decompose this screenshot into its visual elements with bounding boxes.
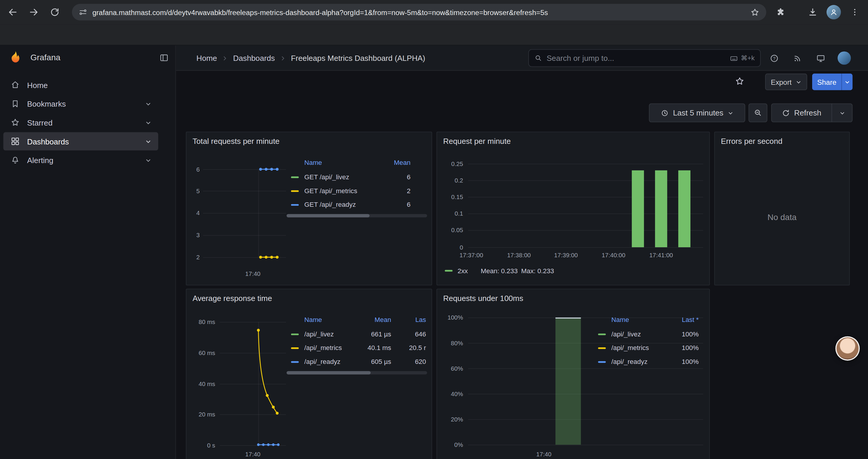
tv-mode-button[interactable]	[815, 53, 826, 63]
chevron-down-icon[interactable]	[145, 100, 152, 107]
browser-menu-button[interactable]	[846, 3, 864, 21]
legend-series-name[interactable]: /api/_livez	[611, 331, 641, 338]
legend-series-name[interactable]: GET /api/_livez	[304, 174, 349, 181]
series-swatch-yellow	[598, 347, 606, 349]
legend-series-value: 2	[376, 188, 410, 195]
legend-header-mean[interactable]: Mean	[357, 316, 391, 323]
sidebar-item-label: Home	[27, 80, 48, 89]
url-text[interactable]: grafana.mathmast.com/d/deytv4rwavabkb/fr…	[92, 8, 745, 16]
reload-button[interactable]	[46, 3, 64, 21]
star-icon	[11, 118, 20, 127]
export-button[interactable]: Export	[765, 73, 807, 90]
refresh-button[interactable]: Refresh	[771, 103, 832, 122]
browser-profile-avatar[interactable]	[827, 5, 841, 20]
sidebar-item-home[interactable]: Home	[3, 76, 158, 94]
refresh-interval-dropdown[interactable]	[832, 103, 852, 122]
panel-title[interactable]: Requests under 100ms	[443, 294, 523, 302]
x-tick: 17:39:00	[550, 252, 582, 258]
breadcrumb-dashboards[interactable]: Dashboards	[233, 54, 275, 63]
legend-series-name[interactable]: /api/_livez	[304, 331, 334, 338]
sidebar: Grafana Home Bookmarks Starred Dashboard…	[0, 45, 176, 459]
legend-header-last[interactable]: Las	[392, 316, 426, 323]
legend-series-name[interactable]: /api/_readyz	[611, 358, 647, 365]
legend-scrollbar-thumb[interactable]	[286, 371, 371, 374]
grafana-logo[interactable]	[9, 50, 22, 64]
chevron-down-icon[interactable]	[145, 157, 152, 163]
timeseries-chart	[186, 132, 433, 286]
dock-menu-button[interactable]	[159, 53, 169, 63]
rss-icon	[793, 54, 802, 63]
x-tick: 17:40:00	[598, 252, 629, 258]
legend-header-name[interactable]: Name	[304, 316, 322, 323]
y-tick: 0%	[437, 441, 463, 448]
share-label: Share	[817, 78, 836, 86]
extensions-button[interactable]	[772, 3, 789, 21]
series-swatch-blue	[598, 361, 606, 363]
chevron-down-icon	[795, 79, 802, 85]
favorite-dashboard-button[interactable]	[735, 76, 745, 86]
help-icon: ?	[769, 54, 779, 63]
search-input[interactable]	[547, 54, 725, 63]
legend-series-name[interactable]: /api/_metrics	[611, 345, 649, 352]
screen: grafana.mathmast.com/d/deytv4rwavabkb/fr…	[0, 0, 868, 459]
panel-total-requests: Total requests per minute 6 5 4 3 2 17:4…	[186, 132, 432, 286]
series-swatch-green	[291, 333, 299, 335]
legend-series-name[interactable]: /api/_metrics	[304, 345, 342, 352]
legend-series-name[interactable]: GET /api/_readyz	[304, 201, 356, 208]
sidebar-item-bookmarks[interactable]: Bookmarks	[3, 95, 158, 113]
brand-name: Grafana	[30, 53, 61, 62]
share-dropdown-button[interactable]	[841, 73, 852, 90]
chevron-down-icon[interactable]	[145, 138, 152, 144]
puzzle-icon	[776, 7, 785, 17]
downloads-button[interactable]	[804, 3, 822, 21]
zoom-out-time-button[interactable]	[749, 103, 768, 122]
news-button[interactable]	[793, 53, 802, 63]
bookmark-star-icon[interactable]	[750, 7, 760, 17]
search-shortcut: ⌘+k	[730, 54, 754, 62]
main-area: Home Dashboards Freeleaps Metrics Dashbo…	[176, 45, 868, 459]
legend-series-value: 6	[376, 201, 410, 208]
y-tick: 0.05	[437, 227, 463, 233]
user-avatar[interactable]	[838, 52, 851, 65]
forward-button[interactable]	[25, 3, 42, 21]
sidebar-item-dashboards[interactable]: Dashboards	[3, 132, 158, 151]
legend-scrollbar-thumb[interactable]	[286, 214, 370, 218]
y-tick: 0.2	[437, 177, 463, 184]
sidebar-item-starred[interactable]: Starred	[3, 113, 158, 132]
legend-header-name[interactable]: Name	[611, 316, 629, 323]
export-label: Export	[771, 78, 792, 86]
sidebar-item-alerting[interactable]: Alerting	[3, 151, 158, 169]
omnibox[interactable]: grafana.mathmast.com/d/deytv4rwavabkb/fr…	[72, 4, 766, 21]
floating-assistant-avatar[interactable]	[836, 336, 860, 361]
bar-2xx	[632, 170, 644, 247]
legend-series-name[interactable]: GET /api/_metrics	[304, 188, 357, 195]
home-icon	[11, 80, 20, 90]
series-swatch-blue	[291, 204, 299, 206]
legend-header-last[interactable]: Last *	[664, 316, 699, 323]
download-icon	[808, 7, 818, 17]
panel-title[interactable]: Errors per second	[721, 137, 782, 145]
panel-title[interactable]: Request per minute	[443, 137, 511, 145]
legend-header-name[interactable]: Name	[304, 159, 322, 166]
help-button[interactable]: ?	[769, 53, 779, 63]
chevron-down-icon[interactable]	[145, 119, 152, 126]
legend-series-mean: 605 µs	[357, 358, 391, 365]
y-tick: 0.25	[437, 160, 463, 167]
series-swatch-green	[291, 176, 299, 178]
breadcrumb-home[interactable]: Home	[196, 54, 217, 63]
back-button[interactable]	[4, 3, 22, 21]
sidebar-item-label: Dashboards	[27, 137, 69, 145]
search-icon	[534, 54, 542, 62]
site-info-icon[interactable]	[79, 8, 88, 17]
chevron-right-icon	[280, 56, 285, 61]
share-button[interactable]: Share	[812, 73, 841, 90]
legend-header-mean[interactable]: Mean	[376, 159, 410, 166]
legend-series-name[interactable]: 2xx	[458, 268, 468, 275]
legend-series-last: 646	[392, 331, 426, 338]
bookmark-icon	[11, 99, 20, 108]
sidebar-item-label: Bookmarks	[27, 99, 66, 108]
legend-series-name[interactable]: /api/_readyz	[304, 358, 340, 365]
legend-series-value: 100%	[664, 345, 699, 352]
time-range-picker[interactable]: Last 5 minutes	[649, 103, 745, 122]
y-tick: 100%	[437, 314, 463, 321]
